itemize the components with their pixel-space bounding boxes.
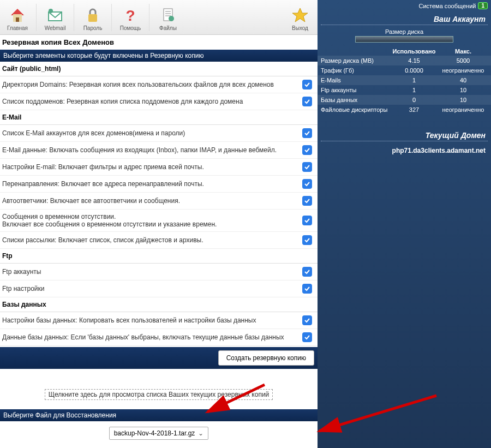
view-backups-link[interactable]: Щелкните здесь для просмотра списка Ваши…: [45, 389, 273, 400]
stat-used: 0: [390, 97, 439, 103]
backup-option-row: Ftp аккаунты: [0, 264, 318, 280]
disk-label: Размер диска: [318, 28, 491, 36]
group-header: Ftp: [0, 249, 318, 264]
stat-max: 5000: [439, 57, 488, 64]
backup-option-label: Сообщения о временном отсутствии. Включа…: [2, 213, 302, 228]
svg-rect-2: [16, 17, 19, 22]
group-header: Базы данных: [0, 297, 318, 312]
star-icon: [291, 7, 309, 24]
checkbox-checked[interactable]: [302, 196, 312, 206]
messages-badge: 1: [478, 2, 488, 9]
stat-name: Ftp аккаунты: [321, 87, 390, 93]
stat-row: Файловые дискрипторы327неограниченно: [318, 105, 491, 115]
toolbar-help[interactable]: ? Помощь: [113, 4, 148, 34]
stat-max: 10: [439, 97, 488, 103]
svg-point-11: [169, 16, 174, 21]
backup-option-row: Сообщения о временном отсутствии. Включа…: [0, 210, 318, 232]
sidebar: Система сообщений 1 Ваш Аккаунт Размер д…: [318, 0, 491, 448]
checkbox-checked[interactable]: [302, 179, 312, 189]
restore-file-value: backup-Nov-4-2018-1.tar.gz: [114, 429, 195, 437]
checkbox-checked[interactable]: [302, 80, 312, 89]
toolbar-webmail[interactable]: Webmail: [38, 4, 73, 34]
checkbox-checked[interactable]: [302, 284, 312, 294]
stat-row: E-Mails140: [318, 75, 491, 85]
domain-title: Текущий Домен: [318, 128, 491, 141]
stat-name: Файловые дискрипторы: [321, 106, 390, 113]
checkbox-checked[interactable]: [302, 235, 312, 245]
toolbar-label: Пароль: [83, 25, 103, 31]
checkbox-checked[interactable]: [302, 128, 312, 138]
svg-marker-12: [292, 8, 308, 22]
backup-option-label: Настройки E-mail: Включает фильтры и адр…: [2, 163, 302, 171]
group-header: E-Mail: [0, 110, 318, 125]
backup-option-label: Список поддоменов: Резервная копия списк…: [2, 98, 302, 105]
checkbox-checked[interactable]: [302, 145, 312, 155]
backup-option-row: Ftp настройки: [0, 280, 318, 297]
backup-option-row: Настройки базы данных: Копировать всех п…: [0, 312, 318, 329]
page-title: Резервная копия Всех Доменов: [0, 35, 318, 50]
svg-text:?: ?: [125, 7, 135, 24]
help-icon: ?: [122, 7, 139, 24]
toolbar-label: Помощь: [120, 25, 141, 31]
backup-option-label: Ftp аккаунты: [2, 268, 302, 276]
group-header: Сайт (public_html): [0, 62, 318, 76]
stat-name: Размер диска (МВ): [321, 57, 390, 64]
checkbox-checked[interactable]: [302, 332, 312, 342]
stat-row: Базы данных010: [318, 95, 491, 105]
stat-used: 1: [390, 77, 439, 83]
create-backup-button[interactable]: Создать резервную копию: [218, 350, 314, 366]
checkbox-checked[interactable]: [302, 267, 312, 277]
stat-max: неограниченно: [439, 67, 488, 74]
toolbar-label: Главная: [7, 25, 28, 31]
stat-max: 10: [439, 87, 488, 93]
backup-option-label: E-Mail данные: Включать сообщения из вхо…: [2, 146, 302, 154]
restore-file-select[interactable]: backup-Nov-4-2018-1.tar.gz ⌄: [109, 427, 209, 440]
backup-option-row: E-Mail данные: Включать сообщения из вхо…: [0, 142, 318, 159]
backup-option-label: Данные базы данных: Если 'базы данных' в…: [2, 333, 302, 341]
files-icon: [159, 7, 177, 24]
create-backup-bar: Создать резервную копию: [0, 347, 318, 369]
toolbar-label: Выход: [292, 25, 308, 31]
backup-option-label: Настройки базы данных: Копировать всех п…: [2, 316, 302, 324]
toolbar-label: Файлы: [159, 25, 177, 31]
svg-point-4: [49, 9, 53, 13]
backup-option-row: Директория Domains: Резервная копия всех…: [0, 76, 318, 93]
toolbar-files[interactable]: Файлы: [151, 4, 185, 34]
stat-row: Размер диска (МВ)4.155000: [318, 56, 491, 65]
toolbar-label: Webmail: [45, 25, 66, 31]
checkbox-checked[interactable]: [302, 97, 312, 106]
backup-option-row: Данные базы данных: Если 'базы данных' в…: [0, 329, 318, 346]
messages-link[interactable]: Система сообщений: [419, 3, 476, 9]
backup-option-label: Список E-Mail аккаунтов для всех доменов…: [2, 129, 302, 137]
backup-option-row: Автоответчики: Включает все автоответчик…: [0, 193, 318, 210]
disk-usage-bar: [355, 36, 453, 43]
toolbar-exit[interactable]: Выход: [283, 4, 318, 34]
stat-name: E-Mails: [321, 77, 390, 83]
backup-option-row: Перенаправления: Включает все адреса пер…: [0, 176, 318, 193]
stat-name: Базы данных: [321, 97, 390, 103]
backup-option-label: Директория Domains: Резервная копия всех…: [2, 81, 302, 88]
stat-used: 4.15: [390, 57, 439, 64]
top-toolbar: Главная Webmail Пароль ? Помощь Файлы: [0, 0, 318, 35]
mail-icon: [46, 7, 64, 24]
checkbox-checked[interactable]: [302, 216, 312, 225]
stat-max: неограниченно: [439, 106, 488, 113]
backup-option-label: Ftp настройки: [2, 285, 302, 292]
toolbar-password[interactable]: Пароль: [75, 4, 110, 34]
stats-header: Использовано Макс.: [318, 47, 491, 56]
backup-option-row: Список E-Mail аккаунтов для всех доменов…: [0, 125, 318, 142]
account-title: Ваш Аккаунт: [318, 11, 491, 25]
toolbar-home[interactable]: Главная: [0, 4, 35, 34]
backup-option-row: Списки рассылки: Включает список, список…: [0, 232, 318, 249]
checkbox-checked[interactable]: [302, 162, 312, 172]
checkbox-checked[interactable]: [302, 315, 312, 325]
restore-header: Выберите Файл для Восстановления: [0, 409, 318, 421]
stat-used: 1: [390, 87, 439, 93]
current-domain: php71.da3clients.adamant.net: [318, 145, 491, 157]
home-icon: [9, 7, 26, 24]
stat-max: 40: [439, 77, 488, 83]
section-header-select: Выберите элементы которые будут включены…: [0, 50, 318, 62]
chevron-down-icon: ⌄: [198, 429, 203, 437]
stat-used: 327: [390, 106, 439, 113]
stat-name: Трафик (Гб): [321, 67, 390, 74]
